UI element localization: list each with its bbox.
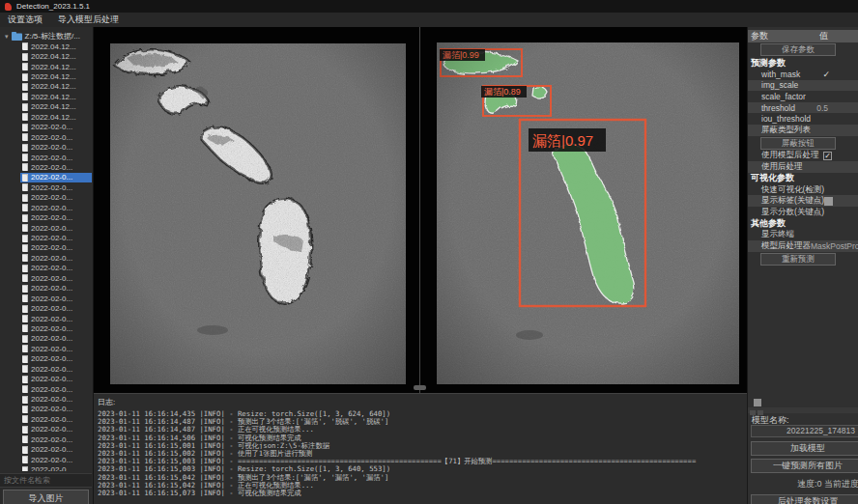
file-icon [22,406,28,413]
check-icon[interactable]: ✓ [822,70,830,79]
tree-item[interactable]: 2022.04.12... [20,62,92,71]
param-row[interactable]: iou_threshold [748,113,858,125]
menu-item-settings[interactable]: 设置选项 [8,14,43,26]
tree-item[interactable]: 2022-02-0... [20,445,92,455]
tree-item-label: 2022.04.12... [31,72,76,81]
tree-item[interactable]: 2022-02-0... [20,162,92,172]
tree-item[interactable]: 2022-02-0... [20,203,92,212]
log-line: 2023-01-11 16:16:15,002 |INFO| - 使用了1张图片… [98,449,747,457]
tree-item[interactable]: 2022.04.12... [20,102,92,112]
tree-item[interactable]: 2022-02-0... [20,374,92,383]
file-icon [22,235,28,242]
param-row[interactable]: img_scale [748,80,858,92]
param-action-button[interactable]: 重新预测 [760,253,836,266]
tree-item[interactable]: 2022-02-0... [20,153,92,162]
tree-item[interactable]: 2022-02-0... [20,173,92,182]
model-name-field[interactable]: 20221225_174813 [751,425,858,437]
tree-item[interactable]: 2022-02-0... [20,253,92,263]
file-icon [22,385,28,393]
original-image-pane[interactable] [110,43,406,384]
tree-item[interactable]: 2022-02-0... [20,334,92,344]
tree-item[interactable]: 2022.04.12... [20,82,92,92]
tree-item[interactable]: 2022-02-0... [20,284,92,294]
search-input[interactable] [0,473,92,488]
tree-root[interactable]: ▾ Z:/5-标注数据/... [0,30,92,42]
tree-item[interactable]: 2022-02-0... [20,323,92,333]
tree-item[interactable]: 2022-02-0... [20,384,92,394]
param-section-title: 可视化参数 [748,173,858,184]
param-row[interactable]: with_mask✓ [748,69,858,80]
tree-item[interactable]: 2022-02-0... [20,132,92,142]
chevron-down-icon[interactable]: ▾ [5,33,9,40]
tree-item[interactable]: 2022-02-0... [20,273,92,283]
scrollbar-corner[interactable] [754,399,761,406]
prediction-image-pane[interactable]: 漏箔|0.99 漏箔|0.89 漏箔|0.97 [437,42,739,384]
param-row[interactable]: 显示分数(关键点) [748,207,858,218]
tree-item[interactable]: 2022-02-0... [20,394,92,404]
file-icon [22,426,28,434]
file-tree[interactable]: ▾ Z:/5-标注数据/... 2022.04.12... 2022.04.12… [0,30,92,471]
file-icon [22,204,28,211]
tree-item[interactable]: 2022-02-0 [20,464,92,471]
param-action-button[interactable]: 屏蔽按钮 [760,137,836,150]
log-line: 2023-01-11 16:16:14,506 |INFO| - 可视化预测结果… [98,434,747,441]
param-row[interactable]: 屏蔽类型列表 [748,125,858,136]
param-row[interactable]: threshold0.5 [748,102,858,114]
param-action-button[interactable]: 保存参数 [760,43,836,56]
log-line: 2023-01-11 16:16:15,073 |INFO| - 可视化预测结果… [98,489,747,496]
tree-item[interactable]: 2022-02-0... [20,182,92,192]
load-model-button[interactable]: 加载模型 [751,441,858,456]
param-row[interactable]: scale_factor [748,91,858,102]
tree-item-label: 2022.04.12... [31,93,76,101]
log-line: 2023-01-11 16:16:15,003 |INFO| - Resize:… [98,464,747,472]
tree-item[interactable]: 2022-02-0... [20,455,92,464]
checkbox-checked[interactable]: ✓ [823,152,832,160]
tree-item[interactable]: 2022-02-0... [20,405,92,414]
tree-item[interactable]: 2022.04.12... [20,112,92,122]
tree-item[interactable]: 2022-02-0... [20,233,92,242]
tree-item[interactable]: 2022-02-0... [20,364,92,374]
menu-item-import-postprocess[interactable]: 导入模型后处理 [58,14,119,26]
tree-items: 2022.04.12... 2022.04.12... 2022.04.12..… [0,42,92,471]
log-panel[interactable]: 日志: 2023-01-11 16:16:14,435 |INFO| - Res… [94,393,747,504]
postprocess-settings-button[interactable]: 后处理参数设置 [751,494,858,504]
tree-item[interactable]: 2022-02-0... [20,264,92,273]
tree-item[interactable]: 2022.04.12... [20,42,92,51]
tree-item[interactable]: 2022-02-0... [20,193,92,203]
param-rows: 参数值保存参数预测参数with_mask✓img_scalescale_fact… [748,30,858,266]
tree-item[interactable]: 2022-02-0... [20,142,92,152]
param-row[interactable]: 显示标签(关键点) [748,195,858,207]
tree-item[interactable]: 2022-02-0... [20,425,92,434]
tree-item[interactable]: 2022-02-0... [20,354,92,364]
viewer-splitter-grip[interactable] [414,385,426,390]
predict-all-button[interactable]: 一键预测所有图片 [751,459,858,473]
tree-item[interactable]: 2022-02-0... [20,434,92,444]
tree-item[interactable]: 2022-02-0... [20,243,92,253]
checkbox-unchecked[interactable] [824,197,833,206]
import-images-button[interactable]: 导入图片 [3,490,89,504]
tree-item[interactable]: 2022-02-0... [20,294,92,303]
log-line: 2023-01-11 16:16:14,487 |INFO| - 正在可视化预测… [98,425,747,433]
param-row[interactable]: 显示终端 [748,230,858,241]
progress-status: 速度:0 当前进度 [751,478,858,490]
tree-item[interactable]: 2022-02-0... [20,344,92,353]
tree-item[interactable]: 2022.04.12... [20,71,92,81]
tree-item-label: 2022-02-0... [31,133,72,142]
param-label: 快速可视化(检测) [761,184,824,196]
param-row[interactable]: 使用后处理 [748,161,858,173]
tree-item[interactable]: 2022-02-0... [20,212,92,222]
param-row[interactable]: 使用模型后处理✓ [748,151,858,162]
param-section-title: 预测参数 [748,57,858,69]
tree-item[interactable]: 2022-02-0... [20,123,92,132]
tree-item[interactable]: 2022-02-0... [20,314,92,323]
param-row[interactable]: 模型后处理器MaskPostPro [748,240,858,252]
tree-item[interactable]: 2022.04.12... [20,92,92,101]
tree-item[interactable]: 2022-02-0... [20,414,92,424]
file-icon [22,53,28,61]
tree-item[interactable]: 2022-02-0... [20,223,92,233]
file-icon [22,274,28,282]
tree-item[interactable]: 2022.04.12... [20,51,92,61]
tree-item[interactable]: 2022-02-0... [20,303,92,313]
param-row[interactable]: 快速可视化(检测) [748,184,858,196]
viewer-splitter[interactable] [419,27,420,393]
